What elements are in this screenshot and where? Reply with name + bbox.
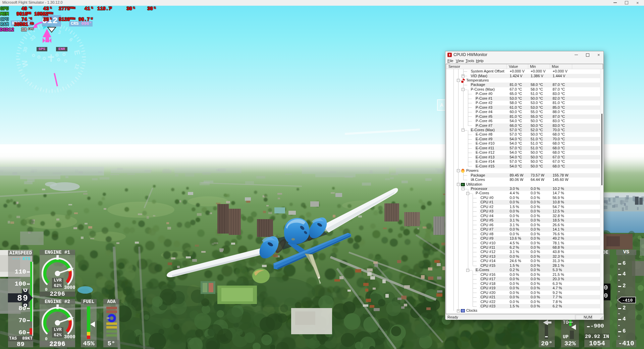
svg-text:8: 8 [17, 294, 22, 303]
svg-text:0: 0 [23, 289, 28, 295]
svg-text:30: 30 [21, 46, 29, 53]
svg-text:-410: -410 [622, 298, 633, 303]
svg-text:E: E [72, 49, 82, 56]
svg-text:3: 3 [57, 29, 62, 35]
svg-text:12: 12 [73, 63, 80, 70]
svg-text:8: 8 [23, 302, 28, 307]
svg-text:9: 9 [23, 294, 28, 303]
svg-text:6: 6 [68, 37, 74, 43]
svg-text:W: W [20, 59, 30, 68]
